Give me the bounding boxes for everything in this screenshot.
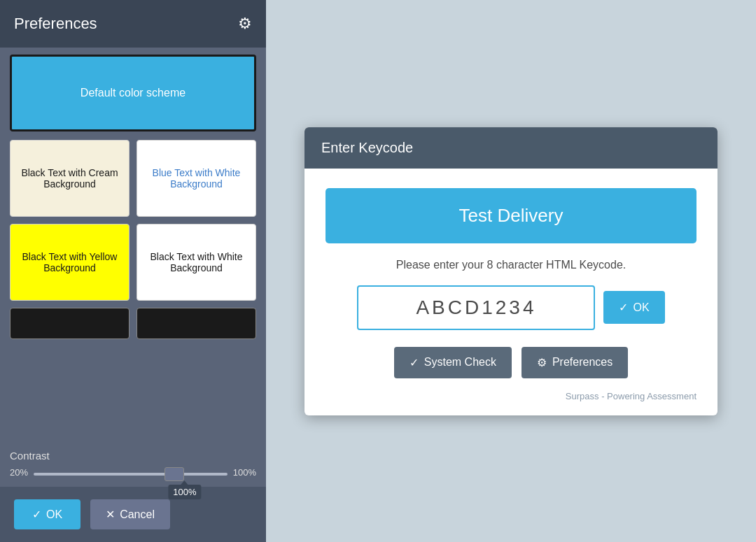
contrast-section: Contrast 20% 100% 100% bbox=[0, 444, 266, 487]
black-schemes-row bbox=[10, 308, 256, 339]
slider-wrapper: 100% bbox=[34, 466, 227, 478]
scheme-grid: Black Text with Cream Background Blue Te… bbox=[10, 140, 256, 301]
main-content: Enter Keycode Test Delivery Please enter… bbox=[266, 0, 756, 542]
color-schemes-container: Default color scheme Black Text with Cre… bbox=[0, 48, 266, 444]
ok-button[interactable]: OK bbox=[14, 499, 80, 529]
dialog-footer-text: Surpass - Powering Assessment bbox=[326, 387, 696, 401]
preferences-panel: Preferences ⚙ Default color scheme Black… bbox=[0, 0, 266, 542]
scheme-blue-white-label: Blue Text with White Background bbox=[143, 167, 250, 190]
contrast-row: 20% 100% 100% bbox=[10, 466, 256, 478]
preferences-gear-icon bbox=[537, 356, 547, 369]
scheme-cream-label: Black Text with Cream Background bbox=[16, 167, 123, 190]
cancel-button[interactable]: Cancel bbox=[90, 499, 170, 529]
check-icon bbox=[32, 508, 41, 521]
ok-check-icon bbox=[619, 301, 628, 314]
cancel-label: Cancel bbox=[120, 508, 155, 521]
preferences-title: Preferences bbox=[14, 15, 97, 33]
dialog-action-row: System Check Preferences bbox=[394, 347, 628, 378]
contrast-max-label: 100% bbox=[233, 467, 256, 478]
contrast-slider[interactable] bbox=[34, 473, 227, 476]
panel-footer: OK Cancel bbox=[0, 487, 266, 542]
keycode-dialog-header: Enter Keycode bbox=[304, 127, 718, 169]
keycode-dialog-body: Test Delivery Please enter your 8 charac… bbox=[304, 169, 718, 415]
scheme-cream[interactable]: Black Text with Cream Background bbox=[10, 140, 130, 217]
default-scheme-label: Default color scheme bbox=[80, 87, 186, 99]
scheme-yellow-label: Black Text with Yellow Background bbox=[16, 251, 123, 273]
system-check-icon bbox=[410, 356, 419, 369]
scheme-black-white[interactable]: Black Text with White Background bbox=[136, 224, 256, 301]
scheme-yellow[interactable]: Black Text with Yellow Background bbox=[10, 224, 130, 301]
scheme-black-2[interactable] bbox=[136, 308, 256, 339]
keycode-ok-label: OK bbox=[633, 301, 649, 314]
preferences-label: Preferences bbox=[552, 356, 612, 369]
keycode-dialog-title: Enter Keycode bbox=[321, 140, 413, 155]
test-delivery-button[interactable]: Test Delivery bbox=[326, 188, 696, 243]
scheme-blue-white[interactable]: Blue Text with White Background bbox=[136, 140, 256, 217]
keycode-ok-button[interactable]: OK bbox=[603, 291, 664, 324]
keycode-instruction: Please enter your 8 character HTML Keyco… bbox=[396, 259, 626, 271]
keycode-dialog: Enter Keycode Test Delivery Please enter… bbox=[304, 127, 718, 415]
contrast-min-label: 20% bbox=[10, 467, 28, 478]
keycode-input-row: OK bbox=[326, 285, 696, 330]
keycode-input[interactable] bbox=[357, 285, 595, 330]
system-check-label: System Check bbox=[424, 356, 496, 369]
system-check-button[interactable]: System Check bbox=[394, 347, 512, 378]
scheme-black-white-label: Black Text with White Background bbox=[143, 251, 250, 273]
contrast-label: Contrast bbox=[10, 450, 256, 462]
ok-label: OK bbox=[46, 508, 62, 521]
slider-tooltip: 100% bbox=[168, 485, 201, 499]
gear-icon[interactable]: ⚙ bbox=[238, 15, 252, 33]
x-icon bbox=[106, 508, 115, 521]
preferences-button[interactable]: Preferences bbox=[522, 347, 628, 378]
preferences-header: Preferences ⚙ bbox=[0, 0, 266, 48]
scheme-black-1[interactable] bbox=[10, 308, 130, 339]
default-scheme[interactable]: Default color scheme bbox=[10, 55, 256, 131]
test-delivery-label: Test Delivery bbox=[459, 205, 564, 226]
